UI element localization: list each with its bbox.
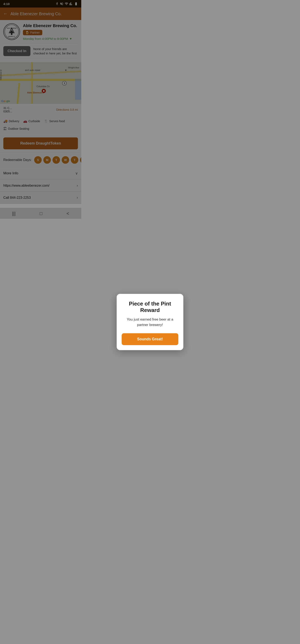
modal-overlay: Piece of the Pint Reward You just earned… <box>0 0 81 219</box>
